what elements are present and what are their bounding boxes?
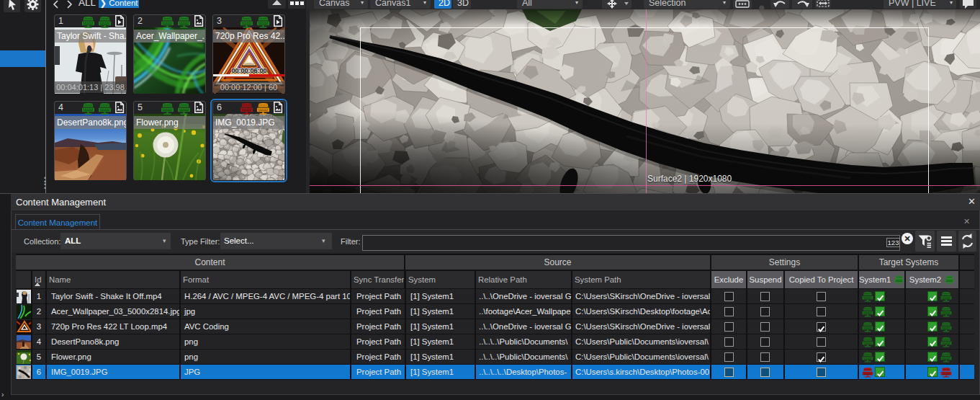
svg-text:00:00:06:00: 00:00:06:00 bbox=[231, 67, 266, 74]
